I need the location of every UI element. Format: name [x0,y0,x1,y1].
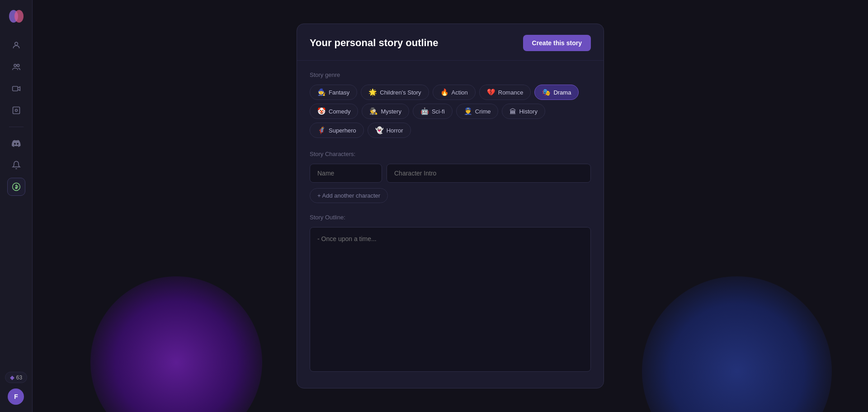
sidebar-divider-1 [9,127,24,127]
main-content: Your personal story outline Create this … [33,0,868,412]
discord-icon [12,139,21,148]
sidebar-item-discord[interactable] [7,134,25,152]
character-intro-input[interactable] [387,164,591,183]
genre-emoji-history: 🏛 [509,108,516,115]
genre-label-mystery: Mystery [381,108,401,115]
svg-point-1 [14,10,24,23]
genre-emoji-superhero: 🦸 [317,126,326,134]
genre-label: Story genre [310,71,591,78]
genre-chip-drama[interactable]: 🎭Drama [534,85,579,100]
logo[interactable] [7,7,25,25]
character-row [310,164,591,183]
svg-point-3 [14,64,16,66]
outline-label: Story Outline: [310,214,591,221]
genre-chip-superhero[interactable]: 🦸Superhero [310,123,364,138]
story-outline-textarea[interactable] [310,227,591,372]
character-name-input[interactable] [310,164,382,183]
genre-label-comedy: Comedy [329,108,350,115]
genre-label-horror: Horror [387,127,403,134]
page-title: Your personal story outline [310,37,438,49]
genre-emoji-mystery: 🕵 [369,107,378,115]
sidebar-item-content[interactable] [7,101,25,119]
bell-icon [12,161,21,170]
credits-badge: ◆ 63 [5,372,27,383]
characters-icon [12,62,21,71]
outline-section: Story Outline: [310,214,591,374]
avatar-letter: F [14,393,18,400]
genre-label-fantasy: Fantasy [329,89,349,96]
genre-emoji-crime: 👮 [464,107,472,115]
sidebar-item-money[interactable] [7,178,25,196]
genre-label-superhero: Superhero [329,127,356,134]
svg-rect-6 [13,107,19,114]
genre-chip-romance[interactable]: 💔Romance [479,85,531,100]
genre-emoji-drama: 🎭 [542,88,551,96]
genre-label-drama: Drama [553,89,571,96]
characters-label: Story Characters: [310,151,591,157]
card-body: Story genre 🧙Fantasy🌟Children's Story🔥Ac… [297,61,604,388]
genre-label-crime: Crime [475,108,491,115]
genre-chip-mystery[interactable]: 🕵Mystery [362,104,409,119]
svg-point-2 [14,42,18,45]
genre-chip-history[interactable]: 🏛History [502,104,545,119]
genre-emoji-sci-fi: 🤖 [420,107,429,115]
sidebar-bottom: ◆ 63 F [5,372,27,405]
genre-label-childrens-story: Children's Story [380,89,421,96]
sidebar: ◆ 63 F [0,0,33,412]
genre-chips: 🧙Fantasy🌟Children's Story🔥Action💔Romance… [310,85,591,138]
sidebar-item-characters[interactable] [7,58,25,76]
characters-section: Story Characters: + Add another characte… [310,151,591,203]
genre-label-romance: Romance [498,89,524,96]
genre-emoji-horror: 👻 [375,126,384,134]
story-card: Your personal story outline Create this … [297,24,604,388]
svg-point-4 [17,64,19,66]
genre-chip-horror[interactable]: 👻Horror [368,123,411,138]
sidebar-item-user[interactable] [7,36,25,54]
genre-emoji-fantasy: 🧙 [317,88,326,96]
credits-count: 63 [16,374,22,381]
genre-chip-action[interactable]: 🔥Action [433,85,476,100]
svg-point-7 [15,109,17,112]
genre-label-sci-fi: Sci-fi [432,108,445,115]
user-icon [12,41,21,50]
genre-emoji-romance: 💔 [487,88,495,96]
sidebar-item-notifications[interactable] [7,156,25,174]
genre-label-history: History [519,108,537,115]
genre-chip-fantasy[interactable]: 🧙Fantasy [310,85,357,100]
user-avatar[interactable]: F [8,388,24,405]
sidebar-item-video[interactable] [7,80,25,98]
content-icon [12,106,21,115]
genre-emoji-action: 🔥 [440,88,449,96]
genre-chip-sci-fi[interactable]: 🤖Sci-fi [413,104,453,119]
genre-label-action: Action [452,89,468,96]
genre-chip-childrens-story[interactable]: 🌟Children's Story [361,85,429,100]
add-character-button[interactable]: + Add another character [310,188,388,203]
video-icon [12,84,21,93]
svg-rect-5 [12,86,18,91]
genre-emoji-childrens-story: 🌟 [368,88,377,96]
genre-chip-crime[interactable]: 👮Crime [456,104,499,119]
genre-section: Story genre 🧙Fantasy🌟Children's Story🔥Ac… [310,71,591,138]
genre-emoji-comedy: 🤡 [317,107,326,115]
card-header: Your personal story outline Create this … [297,24,604,61]
logo-icon [8,8,24,24]
create-story-button[interactable]: Create this story [523,35,591,51]
dollar-icon [12,182,21,191]
gem-icon: ◆ [10,374,14,381]
genre-chip-comedy[interactable]: 🤡Comedy [310,104,358,119]
